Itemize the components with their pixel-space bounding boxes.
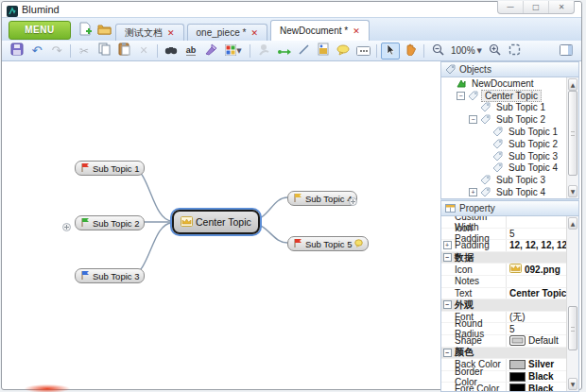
map-node-sub-topic-1[interactable]: Sub Topic 1 [75,161,145,176]
collapse-box-icon[interactable]: − [443,349,452,357]
map-node-label: Sub Topic 1 [93,163,139,174]
pan-tool-button[interactable] [401,43,420,60]
property-icon [445,203,456,214]
collapse-box-icon[interactable]: − [443,253,452,262]
tree-item[interactable]: Sub Topic 3 [441,174,578,186]
property-category-row[interactable]: −外观 [441,299,578,312]
minimize-button[interactable]: — [498,1,523,13]
property-row[interactable]: Icon092.png [441,264,578,276]
tree-item[interactable]: Sub Topic 1 [441,102,578,114]
close-button[interactable]: ✕ [548,1,574,13]
title-bar[interactable]: Blumind — □ ✕ [2,2,581,17]
scroll-down-icon[interactable]: ▼ [568,185,577,197]
rename-button[interactable]: ab [181,43,200,60]
expand-box-icon[interactable]: + [443,241,452,249]
property-row[interactable]: Round Radius5 [441,323,578,335]
expand-box-icon[interactable]: + [469,188,477,196]
scrollbar-thumb[interactable] [568,91,577,176]
scroll-down-icon[interactable]: ▼ [568,378,577,390]
zoom-level-dropdown[interactable]: 100% ▼ [448,45,485,56]
crown-icon [509,264,522,275]
collapse-box-icon[interactable]: − [443,300,452,309]
property-value-text: Default [528,335,559,346]
tree-item[interactable]: Sub Topic 1 [441,126,578,138]
toolbar-separator [250,44,250,58]
topic-tag-icon [480,114,491,125]
tab-doc-1[interactable]: 测试文档 ✕ [115,24,184,41]
color-palette-button[interactable]: ▼ [221,43,246,60]
paste-button[interactable] [114,43,133,60]
tab-label: one_piece * [197,27,247,38]
objects-scrollbar[interactable]: ▲ ▼ [566,77,578,198]
property-row[interactable]: Fore ColorBlack [441,383,578,392]
property-margin [441,276,453,287]
map-canvas[interactable]: Sub Topic 1 Sub Topic 2 Sub Topic 3 Cent… [5,61,439,387]
find-button[interactable] [162,43,181,60]
undo-button[interactable]: ↶ [27,43,46,60]
scroll-up-icon[interactable]: ▲ [568,78,577,91]
tree-item[interactable]: +Sub Topic 4 [441,186,578,198]
map-node-label: Sub Topic 5 [305,239,352,249]
collapse-box-icon[interactable]: − [457,92,465,100]
property-margin [441,288,453,299]
scroll-up-icon[interactable]: ▲ [568,217,577,230]
connector-button[interactable] [274,43,293,60]
tab-close-icon[interactable]: ✕ [250,28,258,38]
toolbar-separator [70,44,71,58]
menu-button[interactable]: MENU [9,21,71,40]
maximize-button[interactable]: □ [523,1,548,13]
format-brush-button[interactable] [201,43,220,60]
tree-item[interactable]: Sub Topic 4 [441,162,578,175]
open-document-button[interactable] [96,23,112,38]
property-row[interactable]: Notes [441,276,578,288]
objects-panel-header[interactable]: Objects [440,61,579,77]
new-document-button[interactable] [78,23,93,38]
map-node-sub-topic-2[interactable]: Sub Topic 2 [75,215,145,230]
tab-doc-3-active[interactable]: NewDocument * ✕ [270,20,370,41]
tree-item-label: NewDocument [469,78,537,89]
map-node-sub-topic-3[interactable]: Sub Topic 3 [75,268,145,283]
fit-view-button[interactable] [506,43,525,60]
textbox-button[interactable] [353,43,372,60]
property-row[interactable]: Icon Padding5 [441,229,578,241]
save-button[interactable] [8,43,26,60]
tab-doc-2[interactable]: one_piece * ✕ [187,24,267,41]
topic-tag-icon [492,139,504,149]
insert-image-button[interactable] [314,43,333,60]
map-node-center-topic[interactable]: Center Topic [172,210,260,234]
tree-item[interactable]: −Center Topic [441,90,578,102]
property-category-row[interactable]: −数据 [441,252,578,264]
collapse-box-icon[interactable]: − [469,115,477,124]
scrollbar-thumb[interactable] [568,306,577,350]
select-tool-button[interactable] [381,43,400,60]
property-category-row[interactable]: −颜色 [441,348,578,360]
tree-item-label: Sub Topic 1 [506,127,560,137]
map-node-sub-topic-5[interactable]: Sub Topic 5 [287,236,369,251]
tab-close-icon[interactable]: ✕ [167,28,175,38]
panel-toggle-button[interactable] [557,43,576,60]
collapse-toggle-icon[interactable] [62,218,71,227]
delete-button[interactable]: ✕ [134,43,153,60]
redo-button[interactable]: ↷ [47,43,66,60]
property-row[interactable]: Border ColorBlack [441,371,578,383]
collapse-toggle-icon[interactable] [349,193,357,201]
property-scrollbar[interactable]: ▲ ▼ [566,216,578,391]
taskbar-glow [25,384,70,392]
zoom-in-button[interactable] [486,43,505,60]
line-button[interactable] [294,43,313,60]
tab-close-icon[interactable]: ✕ [353,26,360,36]
undo-icon: ↶ [32,43,43,58]
tree-item[interactable]: Sub Topic 5 [441,198,578,199]
zoom-out-button[interactable] [428,43,447,60]
insert-topic-button[interactable] [254,43,273,60]
map-node-sub-topic-4[interactable]: Sub Topic 4 [287,191,357,206]
comment-button[interactable] [334,43,353,60]
tree-item[interactable]: −Sub Topic 2 [441,113,578,126]
cut-button[interactable]: ✂ [75,43,94,60]
tree-item[interactable]: Sub Topic 3 [441,150,578,162]
property-panel-header[interactable]: Property [440,200,579,216]
copy-button[interactable] [95,43,113,60]
tree-item[interactable]: NewDocument [441,77,578,90]
tree-item[interactable]: Sub Topic 2 [441,138,578,150]
property-grid: Custom WidthIcon Padding5+Padding12, 12,… [440,216,579,392]
